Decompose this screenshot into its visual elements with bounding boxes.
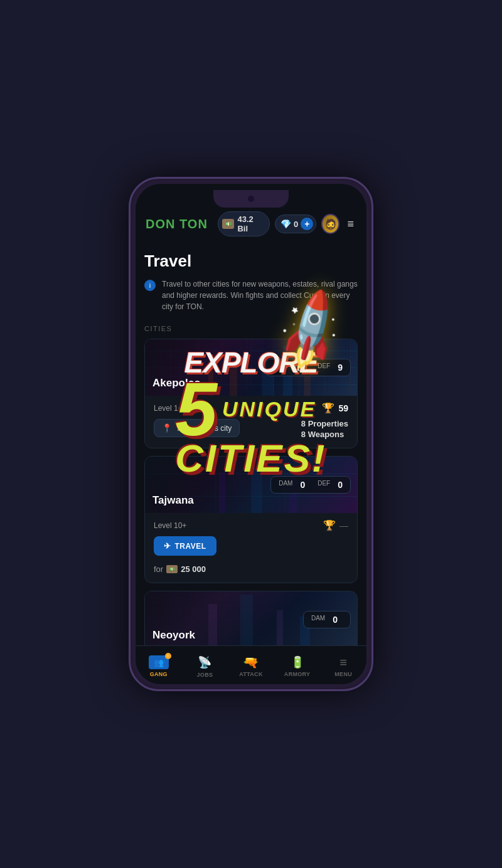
currency-badge: 💵 43.2 Bil [218,211,270,236]
tajwana-body: Level 10+ 🏆 — ✈ TRAVEL [145,513,357,583]
plane-icon: ✈ [164,541,171,551]
add-gems-button[interactable]: + [301,218,313,230]
camera-dot [248,196,254,202]
avatar[interactable]: 🧔 [321,214,339,234]
content-area: Travel i Travel to other cities for new … [136,241,366,645]
city-card-tajwana: DAM 0 DEF 0 Tajwana Level 10+ 🏆 — [144,456,358,583]
akepolco-trophy: 59 [338,403,348,413]
tajwana-cost-value: 25 000 [181,564,206,574]
tajwana-level: Level 10+ [154,521,186,530]
akepolco-properties: 8 Properties [301,419,348,428]
neoyork-name: Neoyork [152,629,195,642]
trophy-icon: 🏆 [322,402,334,414]
tajwana-travel-cost: for 💵 25 000 [154,564,216,574]
currency-value: 43.2 Bil [237,214,263,233]
trophy-icon: 🏆 [323,519,336,531]
akepolco-dam: 18 [296,363,306,373]
gem-value: 0 [294,220,298,229]
money-icon: 💵 [222,219,235,229]
current-city-button[interactable]: 📍 You're in this city [154,419,240,437]
tajwana-travel-button[interactable]: ✈ TRAVEL [154,536,216,556]
akepolco-name: Akepolco [152,377,201,389]
jobs-nav-label: JOBS [197,672,213,678]
nav-menu[interactable]: ≡ MENU [320,651,366,682]
tajwana-trophy: — [339,521,348,531]
akepolco-def: 9 [338,363,343,373]
tajwana-def: 0 [338,480,343,490]
nav-gang[interactable]: 👥 ! GANG [136,651,182,682]
city-header-akepolco: DAM 18 DEF 9 Akepolco [145,339,357,396]
camera-notch [213,190,289,208]
nav-attack[interactable]: 🔫 ATTACK [228,651,274,682]
akepolco-weapons: 8 Weapons [301,430,348,439]
akepolco-props: 8 Properties 8 Weapons [301,419,348,439]
city-stats-overlay-neoyork: DAM 0 [303,611,351,628]
gem-badge: 💎 0 + [275,214,316,233]
city-stats-overlay-tajwana: DAM 0 DEF 0 [270,476,351,494]
gem-icon: 💎 [280,219,291,229]
akepolco-body: Level 1+ 🏆 59 📍 You're in this city 8 Pr… [145,396,357,448]
gang-nav-label: GANG [150,671,168,677]
akepolco-trophy-row: 🏆 59 [322,402,348,414]
city-header-tajwana: DAM 0 DEF 0 Tajwana [145,457,357,513]
city-card-neoyork: DAM 0 Neoyork 🏆 0 [144,591,358,645]
armory-nav-icon: 🔋 [290,655,305,669]
attack-nav-icon: 🔫 [242,655,260,669]
armory-nav-label: ARMORY [284,671,310,677]
bottom-nav: 👥 ! GANG 📡 JOBS 🔫 ATTACK [136,645,366,684]
attack-nav-label: ATTACK [239,671,262,677]
city-stats-overlay-akepolco: DAM 18 DEF 9 [265,359,351,376]
nav-armory[interactable]: 🔋 ARMORY [274,651,321,682]
info-text: Travel to other cities for new weapons, … [162,278,358,312]
city-header-neoyork: DAM 0 Neoyork [145,591,357,645]
hamburger-menu-icon[interactable]: ≡ [344,215,356,233]
akepolco-level: Level 1+ [154,404,183,413]
tajwana-name: Tajwana [152,494,194,507]
location-pin-icon: 📍 [162,423,172,433]
city-card-akepolco: DAM 18 DEF 9 Akepolco Level 1+ 🏆 59 [144,339,358,448]
top-bar: DON TON 💵 43.2 Bil 💎 0 + 🧔 ≡ [136,203,366,241]
tajwana-trophy-row: 🏆 — [323,519,348,531]
neoyork-dam: 0 [333,615,338,625]
current-city-label: You're in this city [176,424,232,433]
phone-frame: DON TON 💵 43.2 Bil 💎 0 + 🧔 ≡ Travel i Tr… [129,177,373,691]
menu-nav-icon: ≡ [336,655,351,669]
tajwana-dam: 0 [300,480,305,490]
cost-money-icon: 💵 [166,565,178,573]
section-label: CITIES [144,325,358,332]
jobs-nav-icon: 📡 [197,655,212,670]
page-title: Travel [144,251,358,271]
phone-screen: DON TON 💵 43.2 Bil 💎 0 + 🧔 ≡ Travel i Tr… [136,184,366,684]
menu-nav-label: MENU [334,671,352,677]
info-icon: i [144,280,156,291]
info-box: i Travel to other cities for new weapons… [144,278,358,312]
nav-jobs[interactable]: 📡 JOBS [182,651,228,682]
app-logo: DON TON [146,217,208,231]
tajwana-travel-label: TRAVEL [175,542,206,551]
